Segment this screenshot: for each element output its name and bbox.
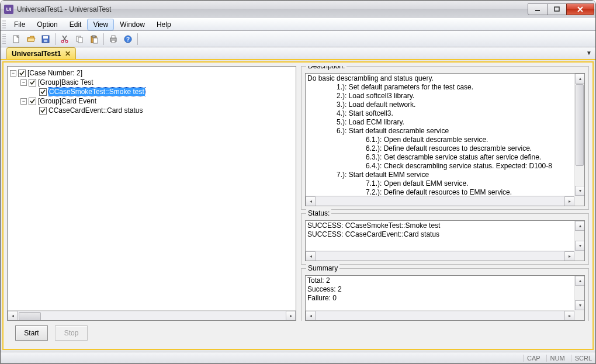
menu-help[interactable]: Help [151,19,177,30]
description-textbox[interactable]: Do basic descrambling and status query. … [305,73,585,206]
scroll-corner [574,310,584,320]
svg-rect-5 [44,40,47,42]
save-icon [41,34,50,44]
scroll-up-icon[interactable]: ▴ [575,74,585,84]
scroll-left-icon[interactable]: ◂ [306,251,316,261]
tree-group[interactable]: − [Group]Card Event [10,96,293,106]
help-icon: ? [123,34,133,44]
menubar-grip-icon [2,20,6,29]
save-button[interactable] [39,33,52,46]
status-text: SUCCESS: CCaseSmokeTest::Smoke test SUCC… [306,221,584,240]
tree-root-label: [Case Number: 2] [27,69,82,77]
main-split: − [Case Number: 2] − [Group]Basic Test C… [7,66,589,321]
menu-file[interactable]: File [8,19,31,30]
minimize-button[interactable] [528,4,548,15]
tree-root[interactable]: − [Case Number: 2] [10,68,293,78]
description-group: Description: Do basic descrambling and s… [301,66,589,210]
description-text: Do basic descrambling and status query. … [306,74,584,197]
maximize-button[interactable] [547,4,567,15]
summary-textbox[interactable]: Total: 2 Success: 2 Failure: 0 ▴ ▾ ◂ ▸ [305,275,585,321]
collapse-icon[interactable]: − [10,70,16,77]
checkbox[interactable] [18,70,26,77]
checkbox[interactable] [39,107,47,115]
svg-rect-1 [555,7,559,11]
scroll-down-icon[interactable]: ▾ [575,186,585,196]
open-button[interactable] [25,33,37,46]
scroll-track[interactable] [18,311,286,320]
scroll-left-icon[interactable]: ◂ [306,196,316,206]
new-file-icon [12,34,21,44]
toolbar-grip-icon [2,34,6,44]
description-vscrollbar[interactable]: ▴ ▾ [574,74,584,196]
print-button[interactable] [107,33,120,46]
collapse-icon[interactable]: − [20,98,27,105]
svg-point-6 [61,40,64,43]
maximize-icon [554,6,560,12]
scroll-left-icon[interactable]: ◂ [306,311,316,321]
paste-icon [89,34,99,44]
tree-group-label: [Group]Basic Test [38,78,93,86]
collapse-icon[interactable]: − [20,79,27,86]
scroll-right-icon[interactable]: ▸ [564,196,574,206]
print-icon [109,34,118,44]
status-group: Status: SUCCESS: CCaseSmokeTest::Smoke t… [301,213,589,265]
titlebar: UI UniversalTest1 - UniversalTest [1,1,595,18]
tab-overflow-icon[interactable]: ▼ [586,50,592,56]
statusbar-scrl: SCRL [571,355,592,362]
checkbox[interactable] [39,88,47,96]
svg-rect-14 [112,36,115,38]
start-button[interactable]: Start [15,325,48,341]
scroll-right-icon[interactable]: ▸ [286,311,296,321]
scroll-thumb[interactable] [576,84,584,166]
window-title: UniversalTest1 - UniversalTest [17,5,528,13]
tree-hscrollbar[interactable]: ◂ ▸ [8,310,296,320]
help-button[interactable]: ? [122,33,134,46]
scroll-down-icon[interactable]: ▾ [575,241,585,251]
scroll-up-icon[interactable]: ▴ [575,221,585,231]
new-button[interactable] [10,33,23,46]
scroll-down-icon[interactable]: ▾ [575,300,585,310]
tree-item[interactable]: CCaseSmokeTest::Smoke test [10,87,293,96]
toolbar-sep-2 [103,33,104,45]
copy-button[interactable] [73,33,86,46]
main-window: UI UniversalTest1 - UniversalTest File O… [0,0,596,364]
tab-universaltest1[interactable]: UniversalTest1 ✕ [6,47,76,59]
stop-button: Stop [55,325,88,341]
tab-close-icon[interactable]: ✕ [65,50,71,58]
document-frame: − [Case Number: 2] − [Group]Basic Test C… [2,61,594,350]
tab-label: UniversalTest1 [12,50,61,58]
checkbox[interactable] [29,79,36,86]
scroll-up-icon[interactable]: ▴ [575,276,585,286]
summary-vscrollbar[interactable]: ▴ ▾ [574,276,584,310]
menu-view[interactable]: View [87,19,114,30]
copy-icon [75,34,84,44]
svg-rect-12 [93,38,98,43]
checkbox[interactable] [29,98,36,105]
test-tree[interactable]: − [Case Number: 2] − [Group]Basic Test C… [7,66,296,321]
status-vscrollbar[interactable]: ▴ ▾ [574,221,584,251]
status-hscrollbar[interactable]: ◂ ▸ [306,251,584,261]
scroll-thumb[interactable] [19,312,41,321]
cut-button[interactable] [58,33,71,46]
menu-edit[interactable]: Edit [64,19,88,30]
statusbar: CAP NUM SCRL [1,352,595,363]
close-button[interactable] [566,4,594,15]
summary-hscrollbar[interactable]: ◂ ▸ [306,310,584,320]
scroll-right-icon[interactable]: ▸ [564,311,574,321]
scroll-left-icon[interactable]: ◂ [8,311,18,321]
scroll-track[interactable] [316,311,564,320]
svg-rect-4 [43,36,48,39]
tree-group[interactable]: − [Group]Basic Test [10,78,293,87]
toolbar-sep-1 [55,33,56,45]
scroll-track[interactable] [316,196,564,206]
description-hscrollbar[interactable]: ◂ ▸ [306,196,584,206]
statusbar-cap: CAP [523,355,540,362]
status-textbox[interactable]: SUCCESS: CCaseSmokeTest::Smoke test SUCC… [305,220,585,261]
scroll-track[interactable] [316,251,564,261]
tree-item[interactable]: CCaseCardEvent::Card status [10,106,293,115]
menu-option[interactable]: Option [31,19,63,30]
paste-button[interactable] [88,33,101,46]
app-icon: UI [4,5,13,14]
menu-window[interactable]: Window [114,19,151,30]
scroll-right-icon[interactable]: ▸ [564,251,574,261]
